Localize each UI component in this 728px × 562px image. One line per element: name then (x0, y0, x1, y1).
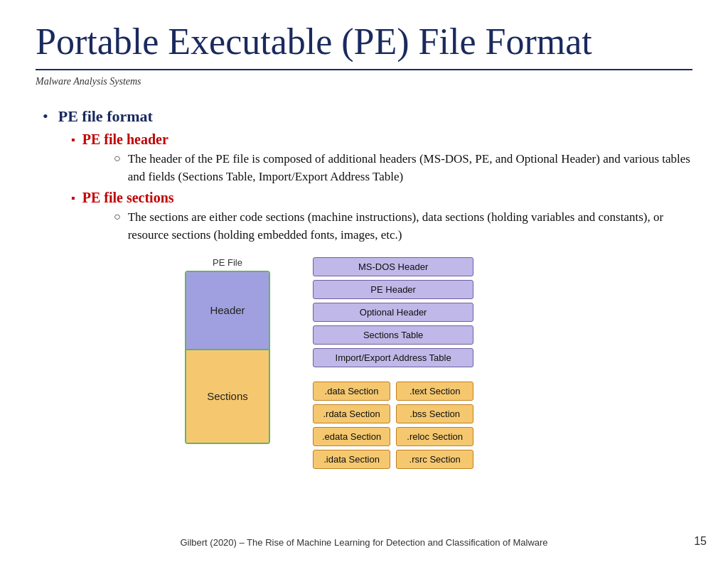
diag-box-optional-header: Optional Header (313, 303, 473, 322)
sections-block: Sections (186, 350, 269, 443)
diag-box-msdos: MS-DOS Header (313, 257, 473, 276)
diag-box-reloc: .reloc Section (396, 427, 473, 446)
detail-bullets-2: ○ The sections are either code sections … (114, 209, 692, 244)
slide: Portable Executable (PE) File Format Mal… (0, 0, 728, 562)
detail-bullet-2: ○ The sections are either code sections … (114, 209, 692, 244)
sub-bullet-header: ▪ PE file header (71, 131, 692, 148)
detail-bullets-1: ○ The header of the PE file is composed … (114, 151, 692, 185)
diag-box-rsrc: .rsrc Section (396, 450, 473, 469)
diagram-container: PE File Header Sections MS-DOS Header (185, 257, 692, 469)
content-area: • PE file format ▪ PE file header ○ The … (43, 107, 692, 469)
main-bullet-text: PE file format (58, 107, 153, 126)
sub-bullet-label-1: PE file header (82, 131, 168, 148)
diagram-left: PE File Header Sections (185, 257, 270, 444)
detail-text-1: The header of the PE file is composed of… (128, 151, 692, 185)
diag-box-sections-table: Sections Table (313, 325, 473, 345)
pe-file-label: PE File (213, 257, 242, 268)
sections-block-label: Sections (207, 390, 248, 402)
diag-box-data: .data Section (313, 382, 390, 401)
sub-bullet-sections: ▪ PE file sections (71, 190, 692, 206)
detail-bullet-1: ○ The header of the PE file is composed … (114, 151, 692, 185)
header-block: Header (186, 272, 269, 350)
detail-text-2: The sections are either code sections (m… (128, 209, 692, 244)
slide-title: Portable Executable (PE) File Format (36, 21, 692, 62)
sub-bullet-arrow-2: ▪ (71, 192, 75, 205)
slide-subtitle: Malware Analysis Systems (36, 76, 692, 87)
diag-box-edata: .edata Section (313, 427, 390, 446)
title-divider (36, 69, 692, 70)
page-number: 15 (694, 535, 707, 548)
header-block-label: Header (210, 304, 245, 316)
pe-file-box: Header Sections (185, 271, 270, 444)
diag-box-bss: .bss Section (396, 404, 473, 423)
header-boxes: MS-DOS Header PE Header Optional Header … (313, 257, 473, 367)
section-boxes: .data Section .text Section .rdata Secti… (313, 382, 473, 469)
footer-text: Gilbert (2020) – The Rise of Machine Lea… (0, 537, 728, 548)
diagram-right: MS-DOS Header PE Header Optional Header … (313, 257, 473, 469)
diag-box-text: .text Section (396, 382, 473, 401)
diag-box-pe-header: PE Header (313, 280, 473, 299)
detail-circle-2: ○ (114, 210, 121, 223)
sub-bullet-label-2: PE file sections (82, 190, 174, 206)
main-bullet-dot: • (43, 109, 48, 124)
diag-box-idata: .idata Section (313, 450, 390, 469)
detail-circle-1: ○ (114, 152, 121, 165)
diag-box-rdata: .rdata Section (313, 404, 390, 423)
sub-bullets-container: ▪ PE file header ○ The header of the PE … (71, 131, 692, 244)
main-bullet: • PE file format (43, 107, 692, 126)
diag-box-import-export: Import/Export Address Table (313, 348, 473, 367)
sub-bullet-arrow-1: ▪ (71, 134, 75, 146)
